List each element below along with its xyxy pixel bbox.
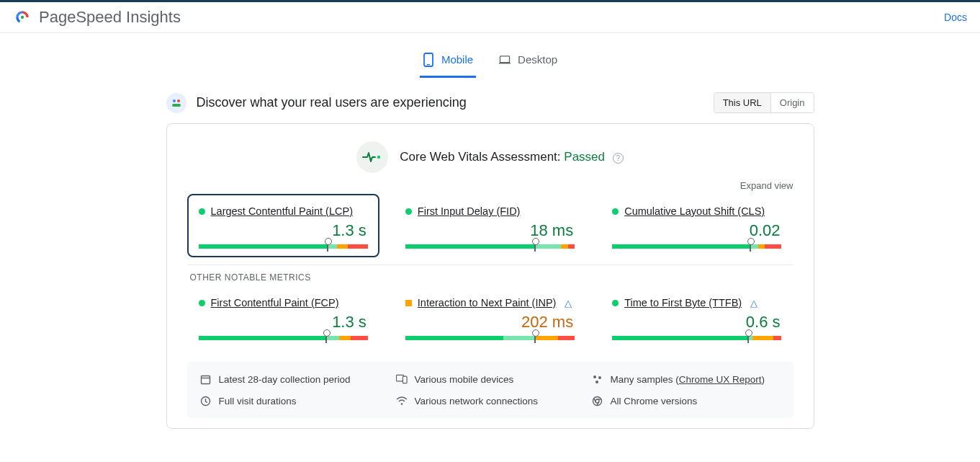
svg-rect-4 xyxy=(499,63,511,63)
chrome-icon xyxy=(592,395,603,407)
experimental-icon: △ xyxy=(565,298,572,308)
assessment-status: Passed xyxy=(564,150,605,164)
other-metric-0[interactable]: First Contentful Paint (FCP)1.3 s xyxy=(187,285,379,349)
svg-rect-2 xyxy=(427,64,430,65)
toggle-origin[interactable]: Origin xyxy=(770,93,814,112)
svg-point-0 xyxy=(21,16,24,19)
metric-name[interactable]: Time to First Byte (TTFB) xyxy=(624,297,742,308)
calendar-icon xyxy=(200,373,212,385)
desktop-icon xyxy=(499,54,511,66)
users-icon xyxy=(166,93,186,113)
metric-value: 0.6 s xyxy=(612,313,780,332)
app-header: PageSpeed Insights Docs xyxy=(0,2,980,33)
core-metric-2[interactable]: Cumulative Layout Shift (CLS)0.02 xyxy=(601,194,793,257)
marker xyxy=(747,333,749,343)
main-content: Discover what your real users are experi… xyxy=(159,92,822,429)
expand-view-link[interactable]: Expand view xyxy=(187,180,794,191)
brand-title: PageSpeed Insights xyxy=(39,8,181,27)
tab-mobile-label: Mobile xyxy=(441,53,473,66)
assessment-label: Core Web Vitals Assessment: xyxy=(400,150,560,164)
marker xyxy=(750,241,751,252)
distribution-bar xyxy=(199,244,368,249)
marker xyxy=(534,241,536,252)
metric-value: 202 ms xyxy=(405,313,573,332)
core-metric-1[interactable]: First Input Delay (FID)18 ms xyxy=(394,194,586,257)
svg-rect-12 xyxy=(403,376,407,383)
svg-point-14 xyxy=(598,376,601,379)
status-dot xyxy=(405,300,412,306)
distribution-bar xyxy=(199,336,368,340)
wifi-icon xyxy=(396,395,408,407)
help-icon[interactable]: ? xyxy=(613,153,624,164)
svg-point-13 xyxy=(593,376,596,378)
distribution-bar xyxy=(405,336,575,340)
metric-value: 1.3 s xyxy=(199,313,367,332)
metric-name[interactable]: First Input Delay (FID) xyxy=(418,205,521,217)
distribution-bar xyxy=(612,244,781,249)
svg-point-5 xyxy=(173,99,176,102)
footer-network: Various network connections xyxy=(396,395,585,407)
svg-point-15 xyxy=(595,381,598,383)
marker xyxy=(327,241,328,252)
footer-devices: Various mobile devices xyxy=(396,373,585,385)
crux-link[interactable]: Chrome UX Report xyxy=(679,374,762,385)
other-metrics-row: First Contentful Paint (FCP)1.3 sInterac… xyxy=(187,285,794,349)
status-dot xyxy=(199,208,205,215)
status-dot xyxy=(612,300,619,306)
svg-rect-9 xyxy=(202,376,210,383)
metric-name[interactable]: First Contentful Paint (FCP) xyxy=(211,297,339,308)
svg-point-6 xyxy=(177,99,180,102)
metric-name[interactable]: Largest Contentful Paint (LCP) xyxy=(211,205,353,217)
tab-desktop[interactable]: Desktop xyxy=(496,46,560,78)
distribution-bar xyxy=(612,336,781,340)
toggle-this-url[interactable]: This URL xyxy=(714,93,770,112)
distribution-bar xyxy=(405,244,575,249)
status-dot xyxy=(199,300,205,306)
marker xyxy=(534,333,536,343)
logo-icon xyxy=(13,8,32,27)
vitals-card: Core Web Vitals Assessment: Passed ? Exp… xyxy=(166,123,814,429)
svg-point-8 xyxy=(377,156,380,159)
device-tabs: Mobile Desktop xyxy=(0,33,980,78)
footer-period: Latest 28-day collection period xyxy=(200,373,389,385)
docs-link[interactable]: Docs xyxy=(944,12,967,23)
report-footer: Latest 28-day collection period Various … xyxy=(187,362,794,418)
other-metric-1[interactable]: Interaction to Next Paint (INP)△202 ms xyxy=(394,285,586,349)
experimental-icon: △ xyxy=(750,298,758,308)
samples-icon xyxy=(592,373,603,385)
core-metrics-row: Largest Contentful Paint (LCP)1.3 sFirst… xyxy=(187,194,794,257)
section-title: Discover what your real users are experi… xyxy=(197,95,467,110)
metric-value: 0.02 xyxy=(612,221,780,240)
footer-durations: Full visit durations xyxy=(200,395,389,407)
svg-point-17 xyxy=(400,403,403,405)
status-dot xyxy=(612,208,619,215)
other-metric-2[interactable]: Time to First Byte (TTFB)△0.6 s xyxy=(601,285,793,349)
scope-toggle: This URL Origin xyxy=(714,92,814,113)
svg-rect-7 xyxy=(172,104,181,107)
divider xyxy=(187,265,794,265)
metric-name[interactable]: Interaction to Next Paint (INP) xyxy=(418,297,557,308)
metric-value: 1.3 s xyxy=(199,221,367,240)
core-metric-0[interactable]: Largest Contentful Paint (LCP)1.3 s xyxy=(187,194,379,257)
metric-name[interactable]: Cumulative Layout Shift (CLS) xyxy=(624,205,765,217)
other-metrics-label: OTHER NOTABLE METRICS xyxy=(190,272,794,283)
marker xyxy=(325,333,327,343)
brand[interactable]: PageSpeed Insights xyxy=(13,8,181,27)
mobile-icon xyxy=(423,54,434,66)
footer-versions: All Chrome versions xyxy=(592,395,781,407)
devices-icon xyxy=(396,373,408,385)
clock-icon xyxy=(200,395,212,407)
assessment-row: Core Web Vitals Assessment: Passed ? xyxy=(187,141,794,173)
pulse-icon xyxy=(356,141,388,173)
status-dot xyxy=(405,208,412,215)
footer-samples: Many samples (Chrome UX Report) xyxy=(592,373,781,385)
tab-desktop-label: Desktop xyxy=(518,53,557,66)
svg-rect-3 xyxy=(500,55,510,62)
tab-mobile[interactable]: Mobile xyxy=(420,46,476,78)
metric-value: 18 ms xyxy=(405,221,573,240)
